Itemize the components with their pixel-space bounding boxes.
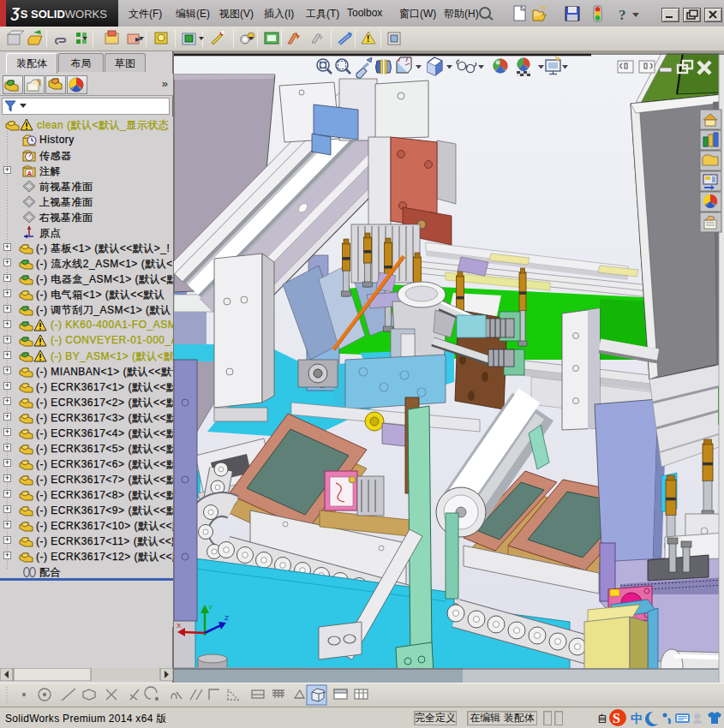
svg-text:S: S: [613, 711, 620, 725]
svg-text:Y: Y: [208, 604, 213, 612]
svg-text:Z: Z: [224, 614, 229, 622]
svg-text:?: ?: [619, 7, 626, 23]
svg-text:X: X: [177, 622, 182, 630]
svg-text:!: !: [367, 34, 369, 44]
svg-text:A: A: [27, 170, 33, 177]
svg-text:中: 中: [631, 712, 643, 725]
